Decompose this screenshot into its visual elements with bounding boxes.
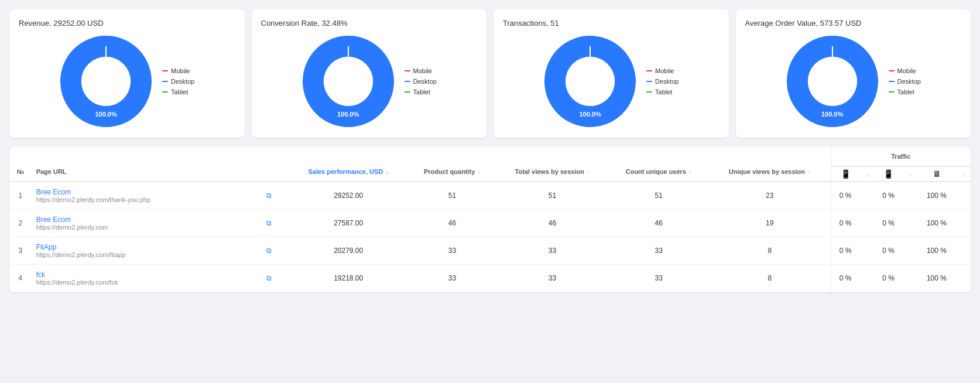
metric-card-2: Transactions, 51100.0%MobileDesktopTable…: [494, 9, 729, 138]
legend-label-1-0: Mobile: [413, 67, 432, 74]
metric-title-3: Average Order Value, 573.57 USD: [745, 19, 962, 28]
ext-link-icon[interactable]: ⧉: [266, 219, 272, 227]
legend-2: MobileDesktopTablet: [646, 67, 679, 95]
col-unique-views: Unique views by session ↑: [709, 147, 831, 182]
row-traffic-desktop: 100 %: [917, 237, 957, 265]
row-traffic-phone-empty: [860, 182, 875, 210]
col-phone-sort[interactable]: ↑: [860, 166, 875, 182]
row-traffic-tablet-empty: [903, 210, 917, 237]
col-sales: Sales performance, USD ↓: [289, 147, 408, 182]
row-sales: 19218.00: [289, 265, 408, 292]
legend-dot-1-1: [405, 81, 410, 82]
legend-label-0-2: Tablet: [171, 88, 188, 95]
metric-title-1: Conversion Rate, 32.48%: [261, 19, 478, 28]
donut-label-0: 100.0%: [95, 111, 116, 118]
legend-item-2-2: Tablet: [646, 88, 679, 95]
row-traffic-phone: 0 %: [831, 182, 860, 210]
unique-views-sort-icon[interactable]: ↑: [808, 169, 811, 175]
legend-label-0-0: Mobile: [171, 67, 190, 74]
row-traffic-desktop: 100 %: [917, 182, 957, 210]
row-traffic-desktop-empty: [956, 210, 971, 237]
legend-item-1-2: Tablet: [405, 88, 437, 95]
legend-label-2-1: Desktop: [655, 78, 679, 85]
legend-label-0-1: Desktop: [171, 78, 194, 85]
row-sales: 27587.00: [289, 210, 408, 237]
legend-label-1-1: Desktop: [413, 78, 437, 85]
row-sales: 29252.00: [289, 182, 408, 210]
table-row: 1Bree Ecomhttps://demo2.plerdy.com/thank…: [9, 182, 971, 210]
row-count-unique: 33: [608, 265, 709, 292]
row-total-views: 51: [496, 182, 609, 210]
row-count-unique: 46: [608, 210, 709, 237]
donut-label-2: 100.0%: [579, 111, 601, 118]
legend-item-1-1: Desktop: [405, 78, 437, 85]
ext-link-icon[interactable]: ⧉: [266, 274, 272, 282]
row-traffic-tablet: 0 %: [874, 265, 903, 292]
row-page-url: fckhttps://demo2.plerdy.com/fck: [32, 265, 250, 292]
legend-label-3-1: Desktop: [897, 78, 921, 85]
metric-title-2: Transactions, 51: [503, 19, 719, 28]
row-unique-views: 8: [709, 265, 831, 292]
metric-card-3: Average Order Value, 573.57 USD100.0%Mob…: [736, 9, 971, 138]
donut-label-3: 100.0%: [821, 111, 843, 118]
legend-item-1-0: Mobile: [405, 67, 437, 74]
product-qty-sort-icon[interactable]: ↑: [478, 169, 481, 175]
page-url-text: https://demo2.plerdy.com: [36, 224, 245, 231]
legend-dot-3-0: [889, 70, 895, 71]
row-page-url: Bree Ecomhttps://demo2.plerdy.com/thank-…: [32, 182, 250, 210]
page-name-link[interactable]: Bree Ecom: [36, 188, 245, 196]
row-ext-link: ⧉: [249, 182, 289, 210]
legend-label-3-2: Tablet: [897, 88, 914, 95]
row-product-qty: 33: [408, 265, 496, 292]
legend-label-1-2: Tablet: [413, 88, 430, 95]
page-name-link[interactable]: Bree Ecom: [36, 216, 245, 224]
row-traffic-desktop-empty: [956, 265, 971, 292]
page-url-text: https://demo2.plerdy.com/fitapp: [36, 251, 245, 258]
sales-sort-icon[interactable]: ↓: [386, 169, 389, 175]
row-traffic-desktop: 100 %: [917, 210, 957, 237]
col-ext-link: [249, 147, 289, 182]
svg-point-4: [324, 57, 373, 106]
legend-item-2-0: Mobile: [646, 67, 679, 74]
table-body: 1Bree Ecomhttps://demo2.plerdy.com/thank…: [9, 182, 971, 292]
col-traffic-header: Traffic: [831, 147, 971, 166]
legend-dot-1-2: [405, 91, 410, 93]
page-name-link[interactable]: fck: [36, 271, 245, 279]
row-no: 3: [9, 237, 32, 265]
legend-item-0-1: Desktop: [162, 78, 194, 85]
row-page-url: Bree Ecomhttps://demo2.plerdy.com: [32, 210, 250, 237]
count-unique-sort-icon[interactable]: ↑: [689, 169, 692, 175]
row-traffic-tablet-empty: [903, 237, 917, 265]
col-page-url: Page URL: [32, 147, 250, 182]
row-count-unique: 33: [608, 237, 709, 265]
legend-item-0-0: Mobile: [162, 67, 194, 74]
row-ext-link: ⧉: [249, 265, 289, 292]
legend-dot-3-2: [889, 91, 895, 93]
row-sales: 20279.00: [289, 237, 408, 265]
legend-dot-0-0: [162, 70, 168, 71]
row-traffic-phone-empty: [860, 265, 875, 292]
col-tablet-icon: 📱: [874, 166, 903, 182]
legend-3: MobileDesktopTablet: [889, 67, 921, 95]
col-no: №: [9, 147, 32, 182]
row-traffic-phone: 0 %: [831, 210, 860, 237]
metric-title-0: Revenue, 29252.00 USD: [19, 19, 235, 28]
metric-card-0: Revenue, 29252.00 USD100.0%MobileDesktop…: [9, 9, 245, 138]
total-views-sort-icon[interactable]: ↑: [587, 169, 590, 175]
legend-item-3-0: Mobile: [889, 67, 921, 74]
col-tablet-sort[interactable]: ↑: [903, 166, 917, 182]
page-name-link[interactable]: FitApp: [36, 243, 245, 251]
ext-link-icon[interactable]: ⧉: [266, 192, 272, 200]
ext-link-icon[interactable]: ⧉: [266, 247, 272, 255]
row-traffic-tablet-empty: [903, 182, 917, 210]
legend-0: MobileDesktopTablet: [162, 67, 194, 95]
row-product-qty: 33: [408, 237, 496, 265]
legend-1: MobileDesktopTablet: [405, 67, 437, 95]
row-no: 2: [9, 210, 32, 237]
table-header-row: № Page URL Sales performance, USD ↓ Prod…: [9, 147, 971, 166]
legend-item-3-1: Desktop: [889, 78, 921, 85]
legend-dot-3-1: [889, 81, 895, 82]
table-row: 4fckhttps://demo2.plerdy.com/fck⧉19218.0…: [9, 265, 971, 292]
row-total-views: 33: [496, 265, 609, 292]
col-desktop-sort[interactable]: ↑: [956, 166, 971, 182]
